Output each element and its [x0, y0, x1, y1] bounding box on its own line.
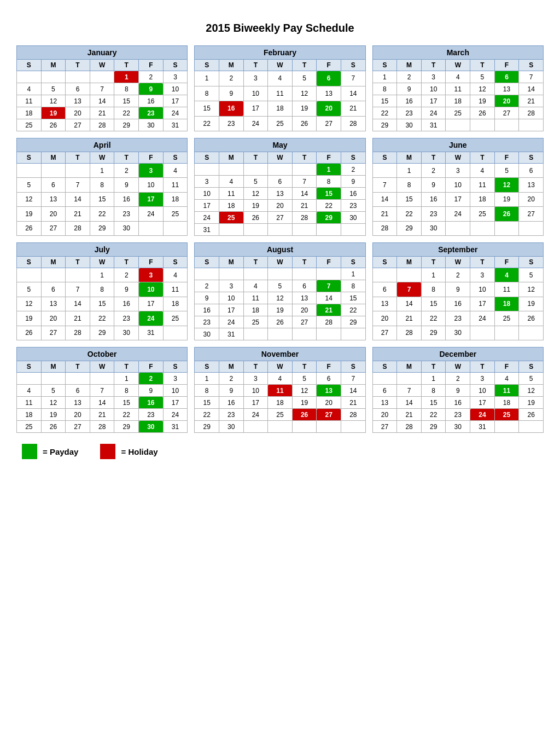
day-cell: 2	[341, 164, 365, 176]
day-cell: 29	[397, 221, 422, 235]
day-cell: 26	[494, 207, 519, 221]
day-cell: 3	[163, 71, 188, 83]
day-cell: 22	[195, 409, 219, 421]
day-header: W	[268, 361, 293, 373]
day-cell: 17	[219, 304, 243, 316]
day-cell	[317, 421, 341, 433]
day-cell: 1	[421, 268, 446, 282]
day-cell: 7	[397, 282, 422, 297]
day-cell: 17	[421, 95, 446, 107]
day-cell: 30	[219, 421, 243, 433]
day-header: W	[90, 152, 114, 164]
month-september: SeptemberSMTWTFS123456789101112131415161…	[372, 242, 544, 340]
payday-label: = Payday	[43, 447, 78, 456]
day-cell: 20	[41, 311, 66, 326]
month-january: JanuarySMTWTFS12345678910111213141516171…	[16, 45, 188, 131]
day-cell: 5	[17, 178, 42, 192]
day-cell: 4	[163, 268, 188, 282]
day-cell: 7	[317, 280, 341, 292]
day-cell: 14	[372, 192, 397, 206]
day-cell: 19	[268, 304, 293, 316]
day-cell	[494, 326, 519, 340]
table-row: 891011121314	[195, 385, 365, 397]
month-february: FebruarySMTWTFS1234567891011121314151617…	[194, 45, 365, 131]
day-cell: 13	[66, 397, 90, 409]
day-cell	[341, 224, 365, 236]
day-header: M	[41, 152, 66, 164]
day-cell: 1	[372, 71, 397, 83]
table-row: 123456	[372, 164, 543, 178]
day-cell	[66, 71, 90, 83]
day-cell: 19	[519, 297, 544, 311]
day-header: T	[114, 60, 139, 71]
day-cell: 15	[421, 397, 446, 409]
day-cell: 27	[372, 326, 397, 340]
day-cell: 23	[114, 311, 139, 326]
day-cell: 5	[470, 71, 495, 83]
day-header: S	[341, 152, 365, 164]
day-cell: 31	[195, 224, 219, 236]
day-header: T	[292, 152, 317, 164]
day-cell	[139, 221, 164, 235]
month-name-april: April	[17, 138, 188, 152]
day-header: T	[66, 257, 90, 268]
month-name-july: July	[17, 243, 188, 257]
day-header: M	[41, 361, 66, 373]
table-row: 9101112131415	[195, 292, 365, 304]
day-cell: 25	[17, 421, 42, 433]
day-cell: 13	[66, 95, 90, 107]
month-name-december: December	[372, 348, 543, 361]
day-cell: 6	[292, 280, 317, 292]
day-cell	[268, 268, 293, 280]
day-cell: 21	[317, 304, 341, 316]
month-name-march: March	[372, 46, 543, 60]
table-row: 19202122232425	[17, 207, 188, 221]
day-cell	[163, 326, 188, 340]
day-cell: 12	[268, 292, 293, 304]
day-cell: 27	[268, 212, 293, 224]
day-header: F	[139, 60, 164, 71]
day-cell: 25	[268, 409, 293, 421]
day-cell: 3	[421, 71, 446, 83]
day-cell: 17	[243, 397, 268, 409]
day-cell: 4	[268, 373, 293, 385]
table-row: 11121314151617	[17, 397, 188, 409]
day-cell	[446, 119, 470, 131]
day-header: T	[243, 152, 268, 164]
day-header: T	[470, 152, 495, 164]
day-cell: 16	[219, 397, 243, 409]
day-cell: 23	[114, 207, 139, 221]
day-cell: 4	[17, 385, 42, 397]
day-header: W	[268, 60, 293, 71]
table-row: 25262728293031	[17, 119, 188, 131]
day-header: S	[17, 60, 42, 71]
day-cell: 1	[317, 164, 341, 176]
month-name-february: February	[195, 46, 365, 60]
month-december: DecemberSMTWTFS1234567891011121314151617…	[372, 347, 544, 433]
day-cell	[397, 268, 422, 282]
day-cell: 8	[421, 282, 446, 297]
day-cell: 9	[195, 292, 219, 304]
legend-payday: = Payday	[22, 444, 78, 459]
day-header: S	[519, 60, 544, 71]
table-row: 1234	[17, 268, 188, 282]
day-cell: 31	[139, 326, 164, 340]
day-cell: 30	[139, 421, 164, 433]
table-row: 567891011	[17, 282, 188, 297]
day-cell: 30	[446, 421, 470, 433]
day-cell	[317, 224, 341, 236]
day-cell: 26	[292, 409, 317, 421]
day-cell: 4	[219, 176, 243, 188]
day-cell: 11	[494, 385, 519, 397]
day-cell: 19	[41, 107, 66, 119]
table-row: 13141516171819	[372, 297, 543, 311]
table-row: 6789101112	[372, 282, 543, 297]
day-cell: 17	[195, 200, 219, 212]
day-cell: 8	[90, 282, 114, 297]
day-cell: 4	[446, 71, 470, 83]
day-cell: 5	[292, 71, 317, 86]
day-cell: 9	[341, 176, 365, 188]
table-row: 1234567	[195, 373, 365, 385]
month-name-august: August	[195, 243, 365, 257]
table-row: 20212223242526	[372, 409, 543, 421]
